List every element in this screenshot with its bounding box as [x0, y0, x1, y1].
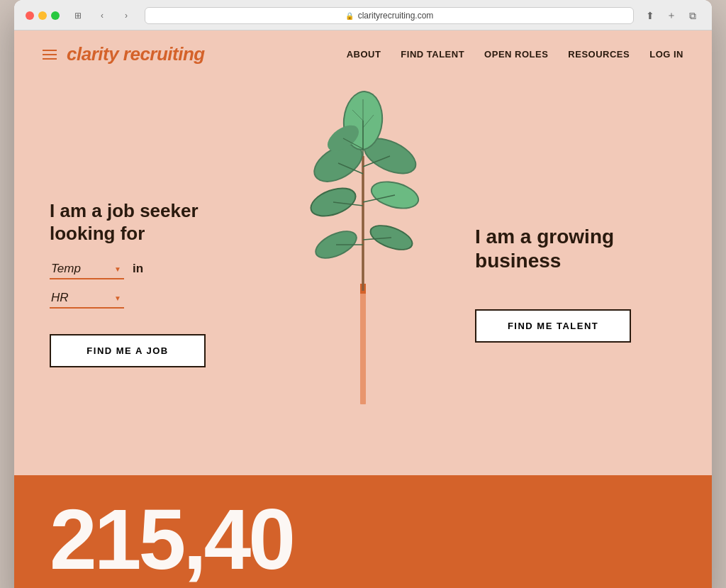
- plant-svg: [299, 78, 427, 404]
- nav-links: ABOUT FIND TALENT OPEN ROLES RESOURCES L…: [347, 49, 683, 60]
- hamburger-menu[interactable]: [43, 50, 57, 60]
- nav-open-roles[interactable]: OPEN ROLES: [484, 49, 548, 60]
- find-me-talent-button[interactable]: FIND ME TALENT: [475, 309, 631, 343]
- sidebar-toggle-button[interactable]: ⊞: [68, 8, 88, 23]
- in-label: in: [133, 262, 143, 276]
- brand-name[interactable]: clarity recruiting: [67, 43, 205, 65]
- traffic-lights: [26, 11, 60, 20]
- job-category-dropdown-wrapper: HR Marketing Finance Tech Sales ▼: [50, 288, 124, 309]
- address-bar[interactable]: 🔒 clarityrecruiting.com: [145, 7, 634, 24]
- nav-resources[interactable]: RESOURCES: [568, 49, 630, 60]
- growing-business-panel: I am a growing business FIND ME TALENT: [447, 78, 712, 475]
- hamburger-line-2: [43, 54, 57, 55]
- growing-business-heading: I am a growing business: [475, 225, 676, 272]
- nav-about[interactable]: ABOUT: [347, 49, 381, 60]
- minimize-button[interactable]: [38, 11, 47, 20]
- hamburger-line-1: [43, 50, 57, 51]
- hamburger-line-3: [43, 58, 57, 60]
- browser-window: ⊞ ‹ › 🔒 clarityrecruiting.com ⬆ ＋ ⧉ clar…: [14, 0, 712, 588]
- browser-controls: ⊞ ‹ ›: [68, 8, 136, 23]
- plant-illustration: [292, 78, 434, 447]
- browser-chrome: ⊞ ‹ › 🔒 clarityrecruiting.com ⬆ ＋ ⧉: [14, 0, 712, 30]
- maximize-button[interactable]: [51, 11, 60, 20]
- close-button[interactable]: [26, 11, 34, 20]
- job-category-row: HR Marketing Finance Tech Sales ▼: [50, 288, 251, 309]
- windows-button[interactable]: ⧉: [685, 8, 700, 23]
- url-text: clarityrecruiting.com: [358, 11, 434, 21]
- website-content: clarity recruiting ABOUT FIND TALENT OPE…: [14, 30, 712, 588]
- job-type-row: Temp Full-Time Part-Time Contract ▼ in: [50, 259, 251, 279]
- job-seeker-heading: I am a job seeker looking for: [50, 200, 251, 244]
- main-nav: clarity recruiting ABOUT FIND TALENT OPE…: [14, 30, 712, 78]
- hero-section: I am a job seeker looking for Temp Full-…: [14, 78, 712, 475]
- new-tab-button[interactable]: ＋: [664, 8, 679, 23]
- job-category-select[interactable]: HR Marketing Finance Tech Sales: [50, 288, 124, 309]
- forward-button[interactable]: ›: [116, 8, 136, 23]
- hero-center-plant: [279, 78, 447, 475]
- stats-section: 215,40: [14, 475, 712, 588]
- job-type-select[interactable]: Temp Full-Time Part-Time Contract: [50, 259, 124, 279]
- job-seeker-panel: I am a job seeker looking for Temp Full-…: [14, 78, 279, 475]
- nav-find-talent[interactable]: FIND TALENT: [401, 49, 464, 60]
- find-me-a-job-button[interactable]: FIND ME A JOB: [50, 334, 206, 367]
- back-button[interactable]: ‹: [92, 8, 112, 23]
- nav-log-in[interactable]: LOG IN: [649, 49, 683, 60]
- browser-action-buttons: ⬆ ＋ ⧉: [642, 8, 700, 23]
- job-type-dropdown-wrapper: Temp Full-Time Part-Time Contract ▼: [50, 259, 124, 279]
- svg-rect-0: [360, 291, 366, 404]
- share-button[interactable]: ⬆: [642, 8, 658, 23]
- lock-icon: 🔒: [345, 12, 354, 20]
- nav-left: clarity recruiting: [43, 43, 205, 65]
- stats-numbers: 215,40: [50, 497, 293, 582]
